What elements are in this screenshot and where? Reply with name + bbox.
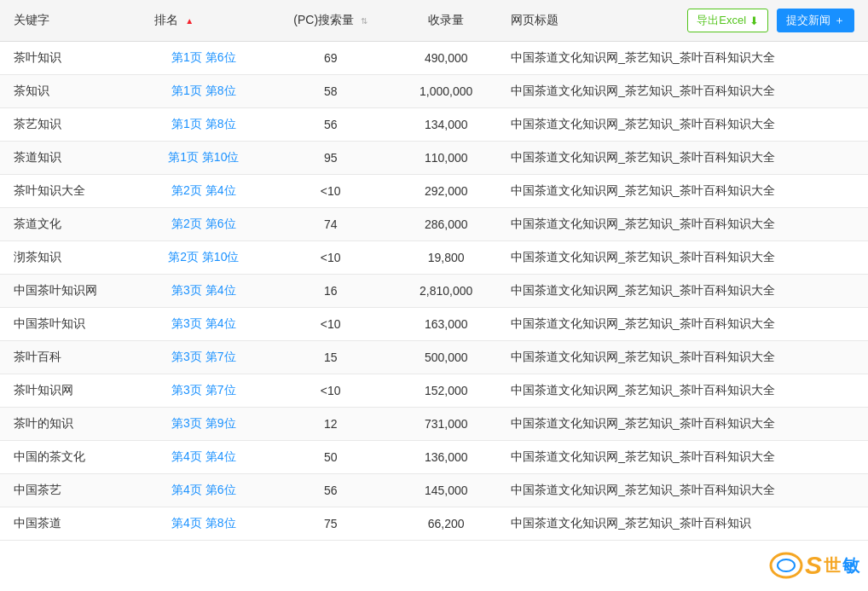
col-indexed: 收录量 <box>395 0 497 42</box>
cell-indexed: 66,200 <box>395 507 497 541</box>
cell-pc-search: 69 <box>266 42 395 75</box>
export-excel-button[interactable]: 导出Excel ⬇ <box>687 9 768 32</box>
table-row: 茶道文化 第2页 第6位 74 286,000 中国茶道文化知识网_茶艺知识_茶… <box>0 208 868 241</box>
col-rank[interactable]: 排名 ▲ <box>141 0 266 42</box>
table-row: 中国茶叶知识 第3页 第4位 <10 163,000 中国茶道文化知识网_茶艺知… <box>0 308 868 341</box>
cell-rank: 第3页 第4位 <box>141 308 266 341</box>
cell-pc-search: <10 <box>266 175 395 208</box>
cell-indexed: 145,000 <box>395 474 497 507</box>
rank-link[interactable]: 第1页 第10位 <box>168 150 239 164</box>
watermark-arc-icon <box>769 548 803 582</box>
cell-indexed: 500,000 <box>395 341 497 374</box>
cell-indexed: 490,000 <box>395 42 497 75</box>
cell-pc-search: 12 <box>266 408 395 441</box>
cell-pc-search: <10 <box>266 241 395 275</box>
cell-pc-search: <10 <box>266 308 395 341</box>
cell-indexed: 19,800 <box>395 241 497 275</box>
cell-indexed: 1,000,000 <box>395 75 497 108</box>
watermark: S 世 敏 <box>769 548 859 582</box>
col-pc-search[interactable]: (PC)搜索量 ⇅ <box>266 0 395 42</box>
rankings-table: 关键字 排名 ▲ (PC)搜索量 ⇅ 收录量 网页标题 <box>0 0 868 541</box>
main-container: 关键字 排名 ▲ (PC)搜索量 ⇅ 收录量 网页标题 <box>0 0 868 591</box>
table-body: 茶叶知识 第1页 第6位 69 490,000 中国茶道文化知识网_茶艺知识_茶… <box>0 42 868 541</box>
cell-keyword: 茶道知识 <box>0 142 141 175</box>
rank-link[interactable]: 第3页 第9位 <box>171 416 235 430</box>
table-row: 茶叶百科 第3页 第7位 15 500,000 中国茶道文化知识网_茶艺知识_茶… <box>0 341 868 374</box>
rank-link[interactable]: 第3页 第4位 <box>171 316 235 330</box>
rank-link[interactable]: 第1页 第6位 <box>171 50 235 64</box>
rank-link[interactable]: 第2页 第10位 <box>168 250 239 264</box>
cell-rank: 第1页 第8位 <box>141 75 266 108</box>
cell-keyword: 茶叶知识大全 <box>0 175 141 208</box>
cell-pc-search: 95 <box>266 142 395 175</box>
cell-title: 中国茶道文化知识网_茶艺知识_茶叶百科知识大全 <box>497 42 868 75</box>
table-row: 中国茶艺 第4页 第6位 56 145,000 中国茶道文化知识网_茶艺知识_茶… <box>0 474 868 507</box>
cell-pc-search: 58 <box>266 75 395 108</box>
cell-pc-search: 50 <box>266 441 395 474</box>
cell-keyword: 茶叶知识网 <box>0 374 141 408</box>
submit-news-button[interactable]: 提交新闻 ＋ <box>777 9 854 32</box>
sort-both-icon: ⇅ <box>361 16 367 26</box>
rank-link[interactable]: 第4页 第6位 <box>171 483 235 496</box>
rank-link[interactable]: 第1页 第8位 <box>171 117 235 130</box>
table-row: 茶叶知识 第1页 第6位 69 490,000 中国茶道文化知识网_茶艺知识_茶… <box>0 42 868 75</box>
rank-link[interactable]: 第3页 第7位 <box>171 350 235 363</box>
col-actions: 导出Excel ⬇ 提交新闻 ＋ <box>600 0 868 42</box>
col-keyword: 关键字 <box>0 0 141 42</box>
cell-keyword: 茶叶的知识 <box>0 408 141 441</box>
rank-link[interactable]: 第4页 第8位 <box>171 516 235 530</box>
watermark-s-letter: S <box>805 551 822 580</box>
cell-rank: 第4页 第8位 <box>141 507 266 541</box>
table-row: 茶道知识 第1页 第10位 95 110,000 中国茶道文化知识网_茶艺知识_… <box>0 142 868 175</box>
svg-point-0 <box>771 553 801 577</box>
cell-title: 中国茶道文化知识网_茶艺知识_茶叶百科知识大全 <box>497 241 868 275</box>
rank-link[interactable]: 第4页 第4位 <box>171 449 235 463</box>
cell-keyword: 沏茶知识 <box>0 241 141 275</box>
cell-indexed: 136,000 <box>395 441 497 474</box>
cell-rank: 第3页 第9位 <box>141 408 266 441</box>
cell-rank: 第2页 第10位 <box>141 241 266 275</box>
cell-title: 中国茶道文化知识网_茶艺知识_茶叶百科知识大全 <box>497 275 868 308</box>
rank-link[interactable]: 第2页 第6位 <box>171 217 235 230</box>
cell-indexed: 134,000 <box>395 108 497 142</box>
table-wrapper: 关键字 排名 ▲ (PC)搜索量 ⇅ 收录量 网页标题 <box>0 0 868 541</box>
col-title: 网页标题 <box>497 0 600 42</box>
cell-keyword: 中国茶叶知识网 <box>0 275 141 308</box>
cell-rank: 第2页 第6位 <box>141 208 266 241</box>
cell-indexed: 286,000 <box>395 208 497 241</box>
sort-asc-icon: ▲ <box>185 16 194 26</box>
cell-pc-search: <10 <box>266 374 395 408</box>
cell-pc-search: 56 <box>266 474 395 507</box>
cell-rank: 第4页 第6位 <box>141 474 266 507</box>
cell-title: 中国茶道文化知识网_茶艺知识_茶叶百科知识大全 <box>497 175 868 208</box>
cell-keyword: 茶知识 <box>0 75 141 108</box>
rank-link[interactable]: 第3页 第4位 <box>171 283 235 297</box>
cell-title: 中国茶道文化知识网_茶艺知识_茶叶百科知识大全 <box>497 142 868 175</box>
watermark-di-text: 敏 <box>842 554 859 577</box>
cell-title: 中国茶道文化知识网_茶艺知识_茶叶百科知识大全 <box>497 441 868 474</box>
cell-rank: 第1页 第8位 <box>141 108 266 142</box>
cell-indexed: 2,810,000 <box>395 275 497 308</box>
table-header-row: 关键字 排名 ▲ (PC)搜索量 ⇅ 收录量 网页标题 <box>0 0 868 42</box>
cell-rank: 第3页 第7位 <box>141 374 266 408</box>
rank-link[interactable]: 第3页 第7位 <box>171 383 235 397</box>
cell-keyword: 茶叶知识 <box>0 42 141 75</box>
cell-pc-search: 16 <box>266 275 395 308</box>
rank-link[interactable]: 第1页 第8位 <box>171 84 235 97</box>
cell-indexed: 163,000 <box>395 308 497 341</box>
cell-title: 中国茶道文化知识网_茶艺知识_茶叶百科知识大全 <box>497 374 868 408</box>
cell-rank: 第1页 第10位 <box>141 142 266 175</box>
cell-title: 中国茶道文化知识网_茶艺知识_茶叶百科知识大全 <box>497 408 868 441</box>
plus-icon: ＋ <box>834 13 845 28</box>
table-row: 茶艺知识 第1页 第8位 56 134,000 中国茶道文化知识网_茶艺知识_茶… <box>0 108 868 142</box>
cell-pc-search: 56 <box>266 108 395 142</box>
rank-link[interactable]: 第2页 第4位 <box>171 183 235 197</box>
table-row: 茶叶知识网 第3页 第7位 <10 152,000 中国茶道文化知识网_茶艺知识… <box>0 374 868 408</box>
cell-keyword: 茶艺知识 <box>0 108 141 142</box>
cell-title: 中国茶道文化知识网_茶艺知识_茶叶百科知识大全 <box>497 474 868 507</box>
table-row: 茶叶知识大全 第2页 第4位 <10 292,000 中国茶道文化知识网_茶艺知… <box>0 175 868 208</box>
cell-keyword: 茶叶百科 <box>0 341 141 374</box>
table-row: 中国茶道 第4页 第8位 75 66,200 中国茶道文化知识网_茶艺知识_茶叶… <box>0 507 868 541</box>
cell-title: 中国茶道文化知识网_茶艺知识_茶叶百科知识大全 <box>497 208 868 241</box>
table-row: 沏茶知识 第2页 第10位 <10 19,800 中国茶道文化知识网_茶艺知识_… <box>0 241 868 275</box>
